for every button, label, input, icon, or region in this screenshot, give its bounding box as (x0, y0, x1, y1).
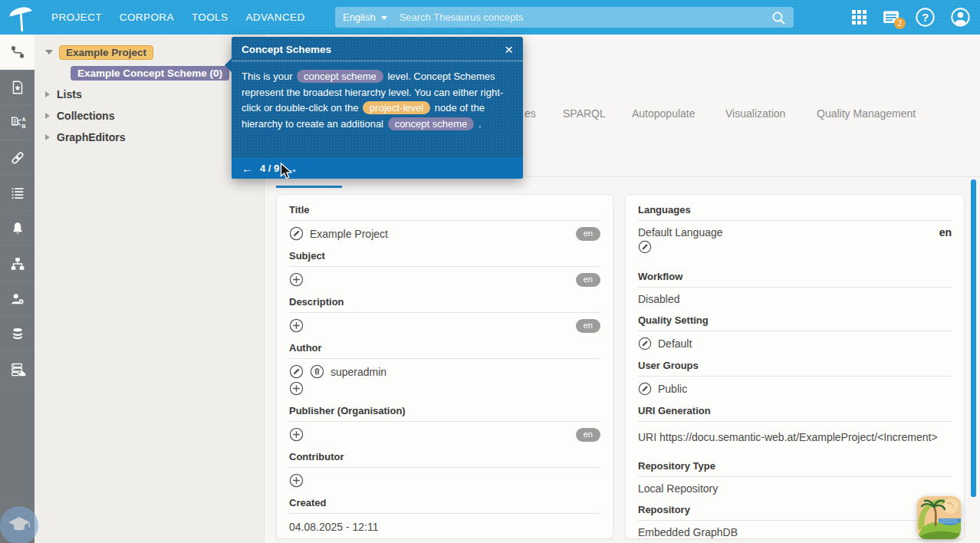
messages-icon[interactable]: 2 (882, 9, 900, 26)
prev-arrow-icon[interactable]: ← (242, 162, 253, 175)
rail-item-database[interactable] (0, 317, 35, 352)
tree-node-label: Collections (57, 110, 114, 122)
popup-pagination: 4 / 9 (260, 163, 279, 174)
extraction-ab-icon: A B (9, 114, 26, 131)
rail-item-lists[interactable] (0, 176, 35, 211)
topbar-icons: 2 ? (851, 0, 971, 35)
repository-type-label: Repository Type (626, 452, 964, 476)
help-icon[interactable]: ? (915, 7, 936, 28)
apps-grid-icon[interactable] (851, 9, 867, 25)
contributor-label: Contributor (277, 443, 613, 467)
vacation-island-button[interactable] (917, 496, 961, 539)
svg-text:B: B (21, 123, 25, 128)
rail-item-extraction[interactable]: A B (0, 105, 35, 140)
poolparty-umbrella-logo[interactable] (6, 2, 35, 33)
tree-node-label: Lists (57, 88, 82, 100)
list-icon (9, 185, 26, 202)
left-icon-rail: A B (0, 35, 35, 543)
author-label: Author (277, 334, 613, 358)
rail-item-user-settings[interactable] (0, 281, 35, 317)
document-star-icon (9, 79, 26, 96)
settings-card: Languages Default Language en Workflow D… (625, 194, 965, 539)
concept-scheme-node-pill[interactable]: Example Concept Scheme (0) (71, 66, 229, 81)
workflow-value: Disabled (638, 293, 679, 305)
popup-title: Concept Schemes (242, 44, 331, 55)
rail-item-concept-relations[interactable] (0, 35, 35, 70)
add-icon[interactable] (289, 381, 304, 396)
menu-advanced[interactable]: ADVANCED (245, 12, 304, 23)
publisher-label: Publisher (Organisation) (277, 397, 613, 421)
edit-icon[interactable] (638, 382, 652, 396)
academy-button[interactable] (0, 506, 38, 543)
rail-item-server[interactable] (0, 352, 35, 387)
edit-icon[interactable] (638, 240, 652, 254)
svg-text:?: ? (922, 11, 929, 24)
edit-icon[interactable] (638, 337, 652, 350)
rail-item-notifications[interactable] (0, 211, 35, 246)
graduation-cap-icon (7, 515, 31, 536)
tab-autopopulate[interactable]: Autopopulate (632, 107, 696, 120)
popup-footer: ← 4 / 9 → (232, 158, 523, 179)
title-label: Title (277, 195, 613, 220)
svg-text:A: A (21, 116, 25, 121)
tab-visualization[interactable]: Visualization (725, 107, 785, 120)
popup-text: This is your (242, 71, 292, 82)
project-node-pill[interactable]: Example Project (59, 45, 153, 60)
expander-right-icon[interactable] (45, 134, 50, 140)
expander-right-icon[interactable] (45, 91, 50, 97)
global-search-bar: English (335, 7, 794, 28)
chevron-down-icon (381, 16, 387, 20)
close-icon[interactable]: × (505, 44, 513, 55)
popup-body-text: This is your concept scheme level. Conce… (232, 61, 523, 140)
delete-icon[interactable] (310, 364, 324, 379)
edit-icon[interactable] (289, 226, 304, 241)
description-label: Description (277, 288, 613, 312)
add-icon[interactable] (289, 272, 304, 287)
language-badge: en (576, 319, 600, 333)
user-gear-icon (9, 291, 26, 308)
menu-project[interactable]: PROJECT (51, 12, 102, 23)
repository-label: Repository (626, 496, 964, 520)
rail-item-links[interactable] (0, 140, 35, 176)
expander-right-icon[interactable] (45, 113, 50, 119)
account-icon[interactable] (950, 7, 971, 28)
link-icon (9, 150, 26, 166)
sitemap-icon (9, 255, 26, 272)
popup-pointer (225, 58, 232, 72)
menu-corpora[interactable]: CORPORA (120, 12, 174, 23)
messages-count-badge: 2 (894, 18, 906, 29)
project-tree-panel: Example Project Example Concept Scheme (… (35, 35, 265, 543)
add-icon[interactable] (289, 473, 304, 488)
server-cloud-icon (9, 361, 26, 378)
user-groups-value: Public (658, 383, 687, 395)
search-icon[interactable] (771, 10, 786, 25)
uri-generation-label: URI Generation (626, 397, 964, 421)
bell-icon (9, 220, 26, 237)
default-language-value: en (939, 226, 952, 239)
language-badge: en (576, 273, 600, 287)
search-language-selector[interactable]: English (343, 12, 376, 23)
search-input[interactable] (400, 12, 771, 23)
tab-quality-management[interactable]: Quality Management (817, 107, 916, 120)
edit-icon[interactable] (289, 364, 304, 379)
main-menu: PROJECT CORPORA TOOLS ADVANCED (51, 0, 305, 35)
next-arrow-icon[interactable]: → (286, 162, 298, 175)
created-label: Created (277, 489, 613, 513)
rail-item-document-star[interactable] (0, 70, 35, 105)
language-badge: en (576, 227, 600, 241)
tab-partial[interactable]: es (525, 107, 536, 120)
tree-node-label: GraphEditors (57, 131, 125, 143)
repository-type-value: Local Repository (638, 482, 718, 495)
scrollbar-thumb[interactable] (971, 179, 976, 497)
palm-island-icon (917, 496, 961, 539)
popup-text: . (478, 118, 482, 130)
menu-tools[interactable]: TOOLS (192, 12, 229, 23)
language-badge: en (576, 428, 600, 442)
add-icon[interactable] (289, 318, 304, 333)
database-icon (9, 326, 26, 343)
expander-down-icon[interactable] (45, 50, 53, 54)
add-icon[interactable] (289, 427, 304, 442)
rail-item-sitemap[interactable] (0, 246, 35, 281)
tab-sparql[interactable]: SPARQL (563, 107, 606, 120)
created-value: 04.08.2025 - 12:11 (289, 521, 379, 533)
